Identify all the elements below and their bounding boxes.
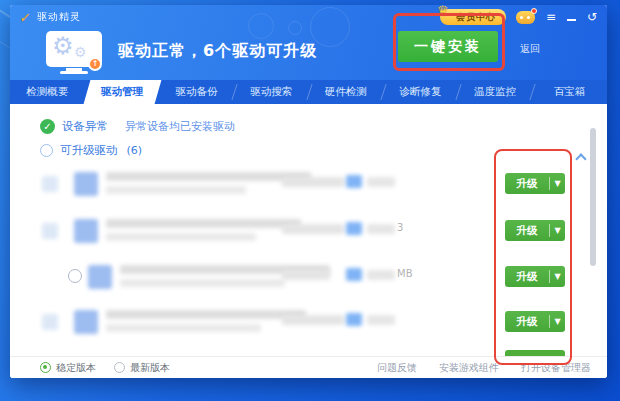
stable-version-radio[interactable] — [40, 362, 51, 373]
device-status-label: 设备异常 — [62, 119, 108, 134]
latest-version-label: 最新版本 — [130, 361, 170, 375]
driver-detail-redacted — [106, 233, 256, 241]
header-row: ⚙ ⚙ ↑ 驱动正常，6个驱动可升级 一键安装 返回 — [10, 29, 607, 80]
section-radio[interactable] — [40, 144, 53, 157]
upgradable-count: (6) — [127, 144, 143, 157]
driver-name-redacted — [106, 310, 306, 319]
device-status-line: ✓ 设备异常 异常设备均已安装驱动 — [40, 119, 235, 134]
window-header: ✓ 驱动精灵 ♛ 会员中心 ≡ ↺ ⚙ — [10, 5, 607, 80]
gamepad-dot-icon — [527, 16, 530, 19]
game-center-button[interactable] — [516, 11, 535, 24]
upgrade-button[interactable]: 升级 ▼ — [505, 220, 565, 241]
driver-name-redacted — [106, 172, 311, 181]
upgradable-section-header: 可升级驱动 (6) — [40, 143, 142, 158]
device-status-desc: 异常设备均已安装驱动 — [125, 119, 235, 134]
caret-down-icon[interactable]: ▼ — [550, 317, 565, 326]
driver-version-redacted — [282, 270, 330, 280]
row-checkbox[interactable] — [42, 223, 58, 239]
caret-down-icon[interactable]: ▼ — [550, 226, 565, 235]
tab-diagnosis-repair[interactable]: 诊断修复 — [383, 80, 458, 104]
member-center-button[interactable]: ♛ 会员中心 — [440, 9, 506, 25]
driver-size-redacted — [367, 270, 395, 280]
driver-name-redacted — [106, 219, 301, 228]
driver-version-highlight — [346, 222, 362, 235]
one-click-install-button[interactable]: 一键安装 — [398, 31, 498, 62]
tab-temperature-monitor[interactable]: 温度监控 — [458, 80, 533, 104]
driver-version-highlight — [346, 313, 362, 326]
minimize-button[interactable] — [567, 19, 576, 21]
tab-detection-summary[interactable]: 检测概要 — [10, 80, 85, 104]
crown-icon: ♛ — [437, 5, 449, 18]
driver-status-text: 驱动正常，6个驱动可升级 — [118, 41, 317, 62]
tab-hardware-detection[interactable]: 硬件检测 — [309, 80, 384, 104]
titlebar: ✓ 驱动精灵 ♛ 会员中心 ≡ ↺ — [10, 5, 607, 29]
driver-size-redacted — [367, 177, 395, 187]
driver-size-redacted — [367, 224, 395, 234]
driver-detail-redacted — [120, 279, 285, 287]
tab-driver-backup[interactable]: 驱动备份 — [159, 80, 234, 104]
upgrade-arrow-icon: ↑ — [88, 57, 102, 71]
tab-bar: 检测概要 驱动管理 驱动备份 驱动搜索 硬件检测 诊断修复 温度监控 百宝箱 — [10, 80, 607, 104]
driver-size-suffix: MB — [397, 268, 413, 279]
driver-size-suffix: 3 — [397, 222, 403, 233]
driver-row[interactable]: 升级 ▼ — [10, 162, 607, 206]
driver-list-panel: ✓ 设备异常 异常设备均已安装驱动 可升级驱动 (6) 升级 — [10, 104, 607, 356]
stable-version-label: 稳定版本 — [56, 361, 96, 375]
driver-row[interactable]: MB 升级 ▼ — [10, 255, 607, 299]
driver-detail-redacted — [106, 324, 261, 332]
desktop: ✓ 驱动精灵 ♛ 会员中心 ≡ ↺ ⚙ — [0, 0, 620, 401]
row-radio[interactable] — [68, 269, 82, 283]
scrollbar-thumb[interactable] — [590, 128, 596, 266]
app-window: ✓ 驱动精灵 ♛ 会员中心 ≡ ↺ ⚙ — [10, 5, 607, 378]
driver-detail-redacted — [106, 186, 246, 194]
driver-size-redacted — [367, 315, 395, 325]
notification-dot — [531, 8, 537, 14]
upgradable-label: 可升级驱动 — [60, 143, 118, 158]
latest-version-radio[interactable] — [114, 362, 125, 373]
driver-version-redacted — [282, 177, 344, 187]
back-to-old-button[interactable]: ↺ — [587, 11, 597, 23]
upgrade-button[interactable]: 升级 ▼ — [505, 311, 565, 332]
caret-down-icon[interactable]: ▼ — [550, 179, 565, 188]
tab-driver-management[interactable]: 驱动管理 — [85, 80, 160, 104]
upgrade-button[interactable]: 升级 ▼ — [505, 266, 565, 287]
device-icon — [74, 172, 98, 196]
row-checkbox[interactable] — [42, 176, 58, 192]
gear-icon: ⚙ — [52, 32, 74, 60]
tab-driver-search[interactable]: 驱动搜索 — [234, 80, 309, 104]
return-link[interactable]: 返回 — [520, 42, 540, 56]
monitor-base — [60, 71, 88, 74]
driver-row[interactable]: 3 升级 ▼ — [10, 209, 607, 253]
upgrade-button[interactable]: 升级 ▼ — [505, 173, 565, 194]
app-title: 驱动精灵 — [37, 10, 81, 24]
device-icon — [74, 310, 98, 334]
driver-version-highlight — [346, 175, 362, 188]
driver-version-redacted — [282, 315, 344, 325]
gamepad-dot-icon — [520, 16, 523, 19]
caret-down-icon[interactable]: ▼ — [550, 272, 565, 281]
gear-icon: ⚙ — [74, 44, 87, 60]
feedback-link[interactable]: 问题反馈 — [377, 361, 417, 375]
device-icon — [74, 219, 98, 243]
driver-row[interactable]: 升级 ▼ — [10, 300, 607, 344]
check-icon: ✓ — [40, 119, 55, 134]
member-center-label: 会员中心 — [456, 11, 496, 24]
driver-version-highlight — [346, 268, 362, 281]
open-device-manager-link[interactable]: 打开设备管理器 — [521, 361, 591, 375]
install-game-components-link[interactable]: 安装游戏组件 — [439, 361, 499, 375]
device-icon — [88, 265, 112, 289]
monitor-gears-icon: ⚙ ⚙ ↑ — [46, 31, 104, 77]
menu-button[interactable]: ≡ — [546, 11, 556, 23]
row-checkbox[interactable] — [42, 314, 58, 330]
driver-version-redacted — [282, 224, 344, 234]
tab-toolbox[interactable]: 百宝箱 — [532, 80, 607, 104]
footer-bar: 稳定版本 最新版本 问题反馈 安装游戏组件 打开设备管理器 — [10, 356, 607, 378]
app-logo-icon: ✓ — [19, 10, 32, 25]
